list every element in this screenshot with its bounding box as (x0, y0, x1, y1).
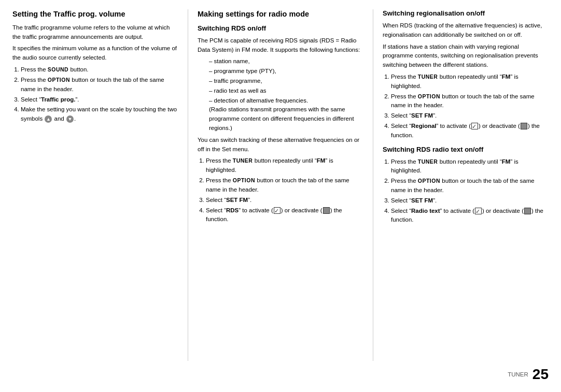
col1-step2: Press the OPTION button or touch the tab… (21, 76, 178, 94)
footer-label: TUNER (508, 371, 528, 378)
footer: TUNER 25 (12, 361, 549, 383)
col2-mid-text: You can switch tracking of these alterna… (198, 136, 363, 154)
col2-step4: Select “RDS” to activate () or deactivat… (206, 206, 363, 225)
col3-sub1-title: Switching regionalisation on/off (383, 9, 549, 18)
col2-bullet2: programme type (PTY), (209, 67, 363, 76)
setfm-label-3: SET FM (411, 197, 433, 204)
col2-steps: Press the TUNER button repeatedly until … (206, 156, 363, 224)
col1-steps: Press the SOUND button. Press the OPTION… (21, 65, 178, 124)
option-kbd-3: OPTION (418, 93, 440, 99)
col2-bullet5: detection of alternative frequencies. (R… (209, 96, 363, 133)
col1-step1: Press the SOUND button. (21, 65, 178, 75)
col2-section-title: Making settings for radio mode (198, 9, 363, 19)
col3-sub2-title: Switching RDS radio text on/off (383, 146, 549, 154)
col1-step3: Select “Traffic prog.”. (21, 95, 178, 105)
col2-sub1-title: Switching RDS on/off (198, 24, 363, 33)
col1-intro: The traffic programme volume refers to t… (12, 23, 178, 42)
checkbox-unchecked-2 (521, 123, 527, 129)
col2-sub1-intro: The PCM is capable of receiving RDS sign… (198, 36, 363, 55)
columns: Setting the Traffic prog. volume The tra… (12, 9, 549, 361)
col1-section-title: Setting the Traffic prog. volume (12, 9, 178, 19)
col2-step1: Press the TUNER button repeatedly until … (206, 156, 363, 175)
col3-step2: Press the OPTION button or touch the tab… (391, 92, 549, 111)
arrow-up-icon: ▲ (45, 115, 52, 123)
checkbox-unchecked-3 (524, 208, 531, 214)
col3: Switching regionalisation on/off When RD… (373, 9, 549, 361)
sound-kbd: SOUND (48, 66, 68, 72)
checkbox-unchecked-1 (323, 207, 330, 214)
setfm-label-2: SET FM (411, 112, 433, 119)
col3-step3: Select “SET FM”. (391, 111, 549, 121)
col3-sub2-step3: Select “SET FM”. (391, 196, 549, 206)
tuner-kbd-2: TUNER (418, 74, 438, 80)
radio-text-label: Radio text (411, 208, 440, 214)
tuner-kbd-3: TUNER (418, 158, 438, 165)
col3-sub1-intro2: If stations have a station chain with va… (383, 42, 549, 70)
option-kbd-4: OPTION (418, 178, 440, 184)
option-kbd-1: OPTION (48, 77, 70, 83)
col2-bullets: station name, programme type (PTY), traf… (209, 57, 363, 133)
footer-number: 25 (532, 366, 549, 383)
col2-step3: Select “SET FM”. (206, 196, 363, 205)
col2-bullet3: traffic programme, (209, 77, 363, 86)
col2: Making settings for radio mode Switching… (188, 9, 373, 361)
col3-sub1-steps: Press the TUNER button repeatedly until … (391, 72, 549, 140)
option-kbd-2: OPTION (233, 177, 255, 183)
col3-sub2-step2: Press the OPTION button or touch the tab… (391, 177, 549, 195)
page: Setting the Traffic prog. volume The tra… (0, 0, 561, 392)
col2-bullet4: radio text as well as (209, 86, 363, 96)
and-text: and (54, 115, 64, 122)
col3-sub2-steps: Press the TUNER button repeatedly until … (391, 157, 549, 225)
col1-step4: Make the setting you want on the scale b… (21, 105, 178, 124)
col2-bullet1: station name, (209, 57, 363, 66)
col3-sub2-step4: Select “Radio text” to activate () or de… (391, 207, 549, 225)
col1-intro2: It specifies the minimum volume as a fun… (12, 44, 178, 63)
checkbox-checked-3 (475, 208, 482, 214)
col3-sub1-intro: When RDS (tracking of the alternative fr… (383, 21, 549, 40)
col3-step4: Select “Regional” to activate () or deac… (391, 122, 549, 140)
checkbox-checked-2 (471, 123, 478, 129)
col1: Setting the Traffic prog. volume The tra… (12, 9, 188, 361)
tuner-kbd-1: TUNER (233, 157, 253, 164)
checkbox-checked-1 (274, 207, 280, 214)
col3-sub2-step1: Press the TUNER button repeatedly until … (391, 157, 549, 176)
traffic-prog-label: Traffic prog. (41, 96, 75, 103)
col2-step2: Press the OPTION button or touch the tab… (206, 176, 363, 195)
col3-step1: Press the TUNER button repeatedly until … (391, 72, 549, 91)
rds-label: RDS (226, 207, 239, 213)
regional-label: Regional (411, 123, 437, 129)
setfm-label-1: SET FM (226, 197, 248, 203)
arrow-down-icon: ▼ (66, 115, 74, 123)
